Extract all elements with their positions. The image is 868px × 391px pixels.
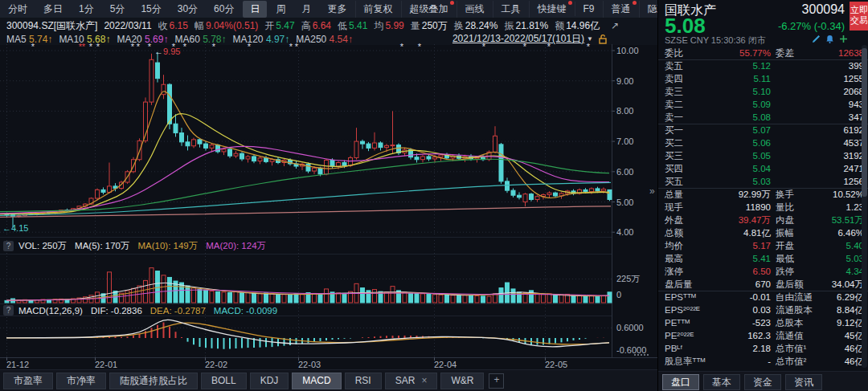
close-icon[interactable]: ×	[421, 373, 427, 389]
star-marker: *	[289, 42, 293, 51]
vol-ma5: MA(5): 170万	[75, 240, 129, 252]
candle-body	[439, 155, 443, 157]
volume-bar	[475, 295, 479, 303]
tab-资讯[interactable]: 资讯	[785, 374, 822, 390]
stat-value: 53.51万	[832, 214, 864, 226]
candle-body	[475, 157, 479, 159]
tab-盘口[interactable]: 盘口	[662, 374, 699, 390]
axis-end-dots	[637, 354, 639, 356]
tab-陆股通持股占比[interactable]: 陆股通持股占比	[109, 373, 198, 389]
stat-label: 盘后额	[776, 278, 804, 291]
volume-bar	[439, 295, 443, 303]
bid-price: 5.05	[753, 149, 771, 162]
candle-body	[391, 145, 395, 146]
candles-layer	[5, 52, 612, 228]
volume-bar	[222, 292, 226, 303]
volume-bar	[5, 300, 9, 303]
weibi-value: 55.77%	[739, 47, 771, 59]
volume-bar	[596, 296, 600, 303]
panel-scrollbar[interactable]	[862, 45, 867, 368]
bid-label: 买三	[665, 149, 683, 162]
collapse-arrow-icon[interactable]: »	[649, 185, 655, 197]
tab-基本[interactable]: 基本	[703, 374, 740, 390]
x-axis-label: 21-12	[6, 360, 29, 369]
candle-body	[354, 141, 358, 157]
volume-bar	[421, 294, 425, 303]
candle-body	[530, 194, 534, 200]
star-marker: *	[131, 42, 135, 51]
stat-label: 盘后量	[665, 278, 693, 291]
candle-body	[349, 157, 353, 165]
tab-BOLL[interactable]: BOLL	[201, 373, 247, 389]
add-indicator-button[interactable]: +	[489, 373, 504, 389]
stat-row: 总量92.99万换手10.52%	[658, 188, 868, 201]
stat-label: EPSᵀᵀᴹ	[665, 291, 696, 303]
ask-label: 卖一	[665, 111, 683, 124]
star-marker: *	[89, 42, 93, 51]
tab-MACD[interactable]: MACD	[292, 373, 341, 389]
candle-body	[156, 63, 160, 79]
axis-end-dots	[647, 354, 649, 356]
stat-label: 总量	[665, 188, 683, 201]
help-icon[interactable]: ?	[3, 241, 14, 251]
bid-price: 5.06	[753, 136, 771, 149]
bid-label: 买一	[665, 124, 683, 136]
stat-row: 总额4.81亿振幅6.46%	[658, 226, 868, 239]
volume-bar	[216, 291, 220, 303]
candle-body	[325, 160, 329, 173]
star-marker: *	[295, 42, 299, 51]
tab-市盈率[interactable]: 市盈率	[3, 373, 53, 389]
candle-body	[198, 140, 202, 144]
stat-label: 涨停	[665, 265, 683, 278]
stat-label: 开盘	[776, 239, 794, 252]
volume-bar	[511, 289, 515, 303]
volume-bar	[590, 295, 594, 303]
candle-body	[108, 186, 112, 193]
stat-value: -0.01	[750, 291, 771, 303]
volume-bar	[403, 292, 407, 303]
volume-layer	[5, 268, 612, 303]
volume-bar	[542, 295, 546, 303]
stat-label: 股息率ᵀᵀᴹ	[665, 355, 705, 368]
tab-市净率[interactable]: 市净率	[56, 373, 106, 389]
volume-pane-header: ? VOL: 250万 MA(5): 170万 MA(10): 149万 MA(…	[0, 240, 611, 252]
orderbook-and-stats: 委比55.77%委差12638卖五5.12399卖四5.111255卖三5.10…	[658, 45, 868, 371]
tab-W&R[interactable]: W&R	[440, 373, 484, 389]
scrollbar-thumb[interactable]	[862, 48, 867, 197]
candle-body	[506, 181, 510, 190]
tab-资金[interactable]: 资金	[744, 374, 781, 390]
volume-bar	[198, 290, 202, 303]
tab-SAR[interactable]: SAR×	[385, 373, 438, 389]
tab-KDJ[interactable]: KDJ	[250, 373, 289, 389]
candle-body	[210, 145, 214, 149]
price-change: -6.27% (-0.34)	[778, 20, 845, 32]
candle-body	[433, 157, 437, 159]
stat-value: 34.04万	[832, 278, 864, 291]
volume-bar	[487, 296, 491, 303]
stat-row: PEᵀᵀᴹ-523总股本9.12亿	[658, 316, 868, 329]
bell-icon[interactable]	[825, 35, 834, 43]
star-marker: *	[523, 42, 527, 51]
stat-label: 跌停	[776, 265, 794, 278]
volume-bar	[228, 293, 232, 303]
volume-bar	[246, 292, 250, 303]
candle-body	[240, 153, 244, 159]
macd-axis-label: -0.6000	[616, 345, 646, 355]
stat-value: 6.50	[753, 265, 771, 278]
pencil-icon[interactable]	[812, 35, 821, 43]
stat-label: 总股本	[776, 316, 804, 329]
candle-body	[258, 158, 262, 161]
stat-row: 外盘39.47万内盘53.51万	[658, 214, 868, 226]
ask-row: 卖五5.12399	[658, 59, 868, 72]
candle-body	[204, 144, 208, 148]
trade-now-button[interactable]: 立即交易	[850, 2, 868, 31]
tab-RSI[interactable]: RSI	[345, 373, 382, 389]
star-marker: *	[418, 42, 422, 51]
star-marker: *	[96, 42, 100, 51]
candle-body	[222, 149, 226, 152]
price-axis-label: 8.00	[616, 106, 633, 116]
help-icon[interactable]: ?	[3, 305, 14, 316]
stat-row: 股息率ᵀᵀᴹ-总市值²46亿	[658, 355, 868, 368]
vol-value: VOL: 250万	[18, 240, 67, 252]
plus-icon[interactable]	[839, 35, 848, 43]
